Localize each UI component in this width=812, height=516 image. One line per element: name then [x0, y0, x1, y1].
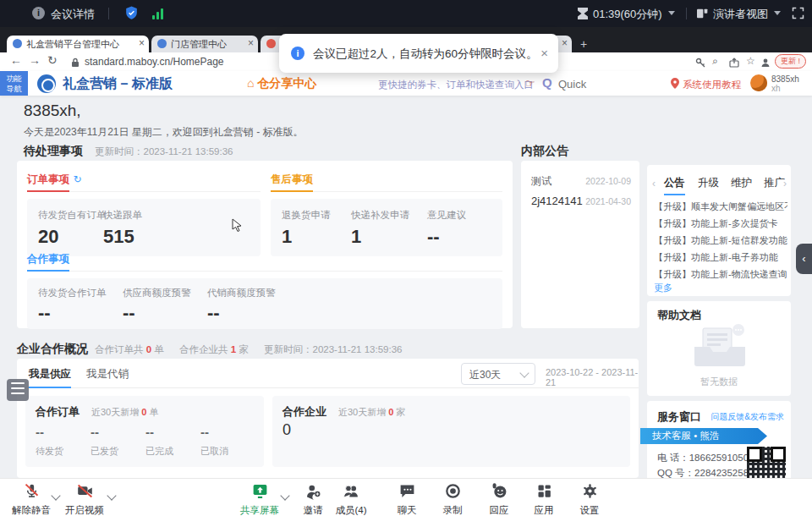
- companies-title: 合作企业: [283, 404, 326, 420]
- stat-value[interactable]: 515: [103, 226, 134, 248]
- new-prefix: 近30天新增: [338, 407, 386, 417]
- meeting-topbar: i 会议详情 01:39(60分钟) 演讲者视图: [0, 0, 812, 27]
- company-total-value: 1: [231, 344, 236, 354]
- coop-stats-box: 待发货合作订单 -- 供应商额度预警 -- 代销商额度预警 --: [27, 278, 502, 329]
- stat-label: 待发货自有订单: [38, 209, 107, 222]
- start-video-button[interactable]: 开启视频: [58, 482, 112, 516]
- view-dropdown-caret[interactable]: [774, 11, 781, 15]
- key-icon[interactable]: [695, 58, 705, 68]
- coop-total-prefix: 合作订单共: [95, 344, 144, 354]
- range-select[interactable]: 近30天: [461, 363, 535, 385]
- tab-agent[interactable]: 我是代销: [86, 367, 129, 382]
- news-item[interactable]: 【升级】顺丰发大闸蟹偏远地区不成功问...: [654, 200, 787, 213]
- divider: [686, 8, 687, 19]
- meeting-timer: 01:39(60分钟): [593, 7, 662, 22]
- fullscreen-icon[interactable]: [792, 7, 804, 19]
- coop-section: 合作事项 待发货合作订单 -- 供应商额度预警 -- 代销商额度预警 --: [27, 250, 502, 329]
- news-more-link[interactable]: 更多: [654, 282, 672, 294]
- aftersale-tab[interactable]: 售后事项: [271, 173, 313, 192]
- tab-close-icon[interactable]: ×: [139, 37, 145, 49]
- share-icon[interactable]: [729, 58, 739, 68]
- members-button[interactable]: 成员(4): [324, 482, 378, 516]
- share-center-link[interactable]: ⌂ 仓分享中心: [247, 76, 316, 91]
- stat-value: --: [200, 425, 209, 439]
- coop-tab[interactable]: 合作事项: [27, 252, 69, 272]
- news-tab-upgrade[interactable]: 升级: [698, 176, 719, 190]
- reload-icon[interactable]: ↻: [47, 53, 58, 67]
- coop-order-total: 合作订单共 0 单: [95, 343, 164, 356]
- refresh-icon[interactable]: ↻: [73, 173, 81, 185]
- stat-value[interactable]: 20: [38, 226, 58, 248]
- divider: [108, 8, 109, 19]
- qq-label: QQ 号：: [657, 468, 694, 478]
- new-value: 0: [141, 407, 146, 417]
- lock-icon[interactable]: [71, 58, 80, 68]
- settings-button[interactable]: 设置: [562, 482, 617, 516]
- news-item[interactable]: 【升级】功能上新-多次提货卡: [654, 217, 787, 230]
- tutorial-link[interactable]: 系统使用教程: [683, 79, 741, 91]
- stat-value[interactable]: 1: [282, 226, 292, 248]
- zoom-icon[interactable]: ⌕: [712, 55, 718, 67]
- bookmark-star-icon[interactable]: ☆: [746, 55, 755, 67]
- timer-dropdown-caret[interactable]: [668, 11, 675, 15]
- stat-value[interactable]: --: [427, 226, 440, 248]
- companies-new: 近30天新增 0 家: [338, 406, 406, 419]
- browser-tab[interactable]: 礼盒营销平台管理中心 ×: [7, 36, 149, 52]
- panel-collapse-handle[interactable]: ‹: [796, 244, 812, 274]
- stat-value[interactable]: --: [207, 302, 220, 324]
- unmute-button[interactable]: 解除静音: [4, 482, 58, 516]
- news-tab-maintain[interactable]: 维护: [731, 176, 752, 190]
- tab-favicon: [266, 39, 276, 48]
- browser-tab[interactable]: 门店管理中心 ×: [151, 36, 258, 52]
- forward-icon[interactable]: →: [29, 53, 41, 67]
- function-nav-toggle[interactable]: 功能 导航: [0, 71, 28, 96]
- aftersale-stats-box: 退换货申请 1 快递补发申请 1 意见建议 --: [271, 199, 502, 256]
- stat-label: 意见建议: [427, 209, 466, 222]
- new-tab-icon[interactable]: +: [580, 37, 587, 51]
- meeting-details-button[interactable]: 会议详情: [51, 7, 95, 22]
- url-text[interactable]: standard.maboy.cn/HomePage: [85, 56, 224, 68]
- stat-label: 待发货: [36, 445, 63, 458]
- user-name[interactable]: 8385xh xh: [771, 74, 799, 93]
- back-icon[interactable]: ←: [10, 53, 22, 67]
- browser-update-button[interactable]: 更新 !: [775, 54, 806, 69]
- location-pin-icon: [671, 78, 679, 89]
- meeting-info-icon[interactable]: i: [32, 7, 45, 19]
- view-mode-selector[interactable]: 演讲者视图: [713, 7, 768, 22]
- cooperation-card: 我是供应 我是代销 近30天 2023-10-22 - 2023-11-21 合…: [17, 359, 639, 478]
- stat-value[interactable]: --: [38, 302, 51, 324]
- announcement-item[interactable]: 测试: [531, 174, 551, 189]
- tab-supplier[interactable]: 我是供应: [29, 367, 71, 388]
- stat-value: --: [145, 425, 154, 439]
- order-tab[interactable]: 订单事项: [27, 173, 69, 192]
- profile-icon[interactable]: [760, 58, 771, 68]
- news-tab-promo[interactable]: 推广: [764, 176, 785, 190]
- stat-value[interactable]: --: [123, 302, 135, 324]
- security-shield-icon[interactable]: [123, 5, 140, 21]
- stat-label: 供应商额度预警: [123, 287, 191, 299]
- nav-label-line2: 导航: [7, 85, 22, 93]
- floating-list-widget[interactable]: [7, 379, 29, 401]
- tab-close-icon[interactable]: ×: [248, 37, 254, 49]
- news-item[interactable]: 【升级】功能上新-电子券功能: [654, 251, 787, 264]
- share-screen-button[interactable]: 共享屏幕: [233, 482, 287, 516]
- news-next-icon[interactable]: ›: [783, 178, 787, 189]
- announcement-item[interactable]: 2j4124141: [531, 195, 583, 207]
- company-total-suffix: 家: [239, 344, 249, 354]
- toast-close-icon[interactable]: ×: [540, 46, 548, 60]
- news-tab-announce[interactable]: 公告: [664, 176, 685, 195]
- new-suffix: 家: [397, 407, 406, 417]
- user-avatar[interactable]: [750, 74, 767, 91]
- search-icon[interactable]: Q: [542, 75, 552, 90]
- feedback-link[interactable]: 问题反馈&发布需求: [710, 411, 784, 423]
- news-item[interactable]: 【升级】功能上新-短信群发功能: [654, 234, 787, 247]
- news-prev-icon[interactable]: ‹: [652, 178, 656, 189]
- news-item[interactable]: 【升级】功能上新-物流快递查询: [654, 268, 787, 281]
- network-signal-icon[interactable]: [152, 8, 164, 19]
- coop-orders-box: 合作订单 近30天新增 0 单 -- 待发货 -- 已发货 -- 已完成 -- …: [25, 396, 264, 467]
- companies-value: 0: [283, 421, 291, 439]
- tab-close-icon[interactable]: ×: [562, 37, 568, 49]
- stat-value[interactable]: 1: [351, 226, 361, 248]
- quick-search-input[interactable]: [557, 77, 628, 91]
- tab-favicon: [13, 39, 22, 48]
